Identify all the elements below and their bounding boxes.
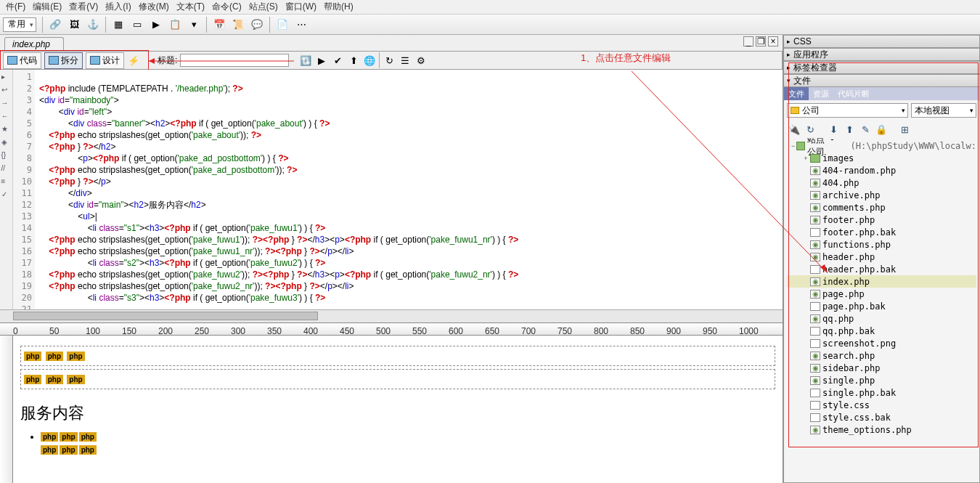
tree-row[interactable]: theme_options.php — [787, 423, 976, 436]
highlight-icon[interactable]: ★ — [1, 125, 12, 135]
tree-row[interactable]: sidebar.php — [787, 362, 976, 374]
subtab[interactable]: 文件 — [784, 87, 809, 100]
menu-item[interactable]: 件(F) — [3, 0, 28, 15]
upload-icon[interactable]: ⬆ — [347, 54, 360, 67]
indent-icon[interactable]: → — [1, 99, 12, 109]
tab-index-php[interactable]: index.php — [4, 37, 64, 51]
tree-row[interactable]: footer.php — [787, 214, 976, 226]
menu-item[interactable]: 编辑(E) — [30, 0, 65, 15]
tree-row[interactable]: search.php — [787, 349, 976, 362]
format-icon[interactable]: ≡ — [1, 177, 12, 187]
tree-row[interactable]: style.css.bak — [787, 411, 976, 423]
tree-row[interactable]: single.php.bak — [787, 386, 976, 399]
menu-item[interactable]: 文本(T) — [173, 0, 208, 15]
refresh-icon[interactable]: 🔃 — [299, 54, 312, 67]
php-region-header[interactable]: php php php — [20, 346, 775, 366]
tree-row[interactable]: qq.php.bak — [787, 325, 976, 337]
image-icon[interactable]: 🖼 — [68, 18, 81, 31]
code-view-button[interactable]: 代码 — [3, 52, 41, 69]
live-view-icon[interactable]: ⚡ — [127, 54, 140, 67]
menu-item[interactable]: 修改(M) — [136, 0, 172, 15]
tree-row[interactable]: header.php.bak — [787, 263, 976, 275]
menu-item[interactable]: 命令(C) — [209, 0, 245, 15]
tree-row[interactable]: qq.php — [787, 312, 976, 325]
panel-tags[interactable]: 标签检查器 — [783, 61, 980, 74]
panel-files[interactable]: 文件 — [783, 74, 980, 87]
subtab[interactable]: 代码片断 — [833, 87, 874, 100]
code-content[interactable]: <?php include (TEMPLATEPATH . '/header.p… — [35, 70, 783, 309]
close-button[interactable]: × — [768, 36, 778, 46]
design-view-button[interactable]: 设计 — [86, 52, 124, 69]
tree-row[interactable]: functions.php — [787, 238, 976, 251]
design-canvas[interactable]: php php php php php php 服务内容 phpphpphp p… — [13, 336, 783, 483]
expand-toggle[interactable]: − — [790, 142, 796, 150]
tree-row[interactable]: header.php — [787, 251, 976, 263]
subtab[interactable]: 资源 — [809, 87, 833, 100]
validate-icon[interactable]: ✓ — [1, 190, 12, 200]
tree-row[interactable]: 404-random.php — [787, 164, 976, 176]
tree-row[interactable]: single.php — [787, 374, 976, 386]
tree-row[interactable]: archive.php — [787, 189, 976, 201]
restore-button[interactable]: ❐ — [756, 36, 766, 46]
tree-root[interactable]: − 站点 - 公司 (H:\phpStudy\WWW\localw: — [787, 139, 976, 152]
put-icon[interactable]: ⬆ — [844, 123, 855, 135]
minimize-button[interactable]: _ — [743, 36, 754, 46]
panel-css[interactable]: CSS — [783, 35, 980, 48]
div-icon[interactable]: ▭ — [131, 18, 144, 31]
list-item[interactable]: phpphpphp — [41, 445, 775, 455]
panel-app[interactable]: 应用程序 — [783, 48, 980, 61]
dropdown-icon[interactable]: ▾ — [187, 18, 200, 31]
menu-item[interactable]: 查看(V) — [66, 0, 101, 15]
tree-row[interactable]: page.php.bak — [787, 300, 976, 312]
snippet-icon[interactable]: {} — [1, 151, 12, 161]
expand-toggle[interactable]: + — [801, 155, 810, 162]
menu-item[interactable]: 窗口(W) — [282, 0, 319, 15]
scrollbar-thumb[interactable] — [13, 312, 318, 320]
checkout-icon[interactable]: ✎ — [859, 123, 871, 135]
tree-row[interactable]: screenshot.png — [787, 337, 976, 349]
connect-icon[interactable]: 🔌 — [788, 123, 800, 135]
code-editor[interactable]: ▸ ↩ → ← ★ ◈ {} // ≡ ✓ 123456789101112131… — [0, 70, 783, 309]
site-combo[interactable]: 公司 — [787, 103, 908, 118]
tree-row[interactable]: comments.php — [787, 201, 976, 214]
title-input[interactable] — [180, 54, 289, 67]
view-combo[interactable]: 本地视图 — [911, 103, 976, 118]
form-icon[interactable]: 📋 — [168, 18, 181, 31]
comment-icon[interactable]: 💬 — [250, 18, 264, 31]
comment-icon[interactable]: // — [1, 164, 12, 174]
get-icon[interactable]: ⬇ — [828, 123, 839, 135]
wrap-icon[interactable]: ↩ — [1, 86, 12, 96]
menu-item[interactable]: 帮助(H) — [321, 0, 356, 15]
check-icon[interactable]: ✔ — [331, 54, 344, 67]
layout-dropdown[interactable]: 常用 — [3, 17, 36, 32]
list-item[interactable]: phpphpphp — [41, 431, 775, 442]
options-icon[interactable]: ⚙ — [415, 54, 428, 67]
split-view-button[interactable]: 拆分 — [44, 52, 83, 69]
menu-item[interactable]: 站点(S) — [246, 0, 281, 15]
file-tree[interactable]: − 站点 - 公司 (H:\phpStudy\WWW\localw: +imag… — [784, 138, 979, 437]
menu-item[interactable]: 插入(I) — [102, 0, 134, 15]
tree-row[interactable]: style.css — [787, 399, 976, 411]
anchor-icon[interactable]: ⚓ — [86, 18, 99, 31]
table-icon[interactable]: ▦ — [112, 18, 125, 31]
list-icon[interactable]: ☰ — [399, 54, 412, 67]
checkin-icon[interactable]: 🔒 — [875, 123, 887, 135]
horizontal-scrollbar[interactable] — [0, 309, 783, 322]
service-heading[interactable]: 服务内容 — [20, 402, 775, 424]
tree-row[interactable]: +images — [787, 152, 976, 164]
more-icon[interactable]: ⋯ — [295, 18, 308, 31]
date-icon[interactable]: 📅 — [213, 18, 226, 31]
tree-row[interactable]: 404.php — [787, 176, 976, 189]
tree-row[interactable]: footer.php.bak — [787, 226, 976, 238]
php-region-banner[interactable]: php php php — [20, 369, 775, 389]
template-icon[interactable]: 📄 — [276, 18, 289, 31]
collapse-icon[interactable]: ▸ — [1, 73, 12, 83]
reload-icon[interactable]: ↻ — [383, 54, 396, 67]
expand-icon[interactable]: ⊞ — [899, 123, 910, 135]
media-icon[interactable]: ▶ — [150, 18, 163, 31]
bookmark-icon[interactable]: ◈ — [1, 138, 12, 148]
refresh-icon[interactable]: ↻ — [804, 123, 816, 135]
tree-row[interactable]: index.php — [787, 275, 976, 288]
play-icon[interactable]: ▶ — [315, 54, 328, 67]
tree-row[interactable]: page.php — [787, 288, 976, 300]
